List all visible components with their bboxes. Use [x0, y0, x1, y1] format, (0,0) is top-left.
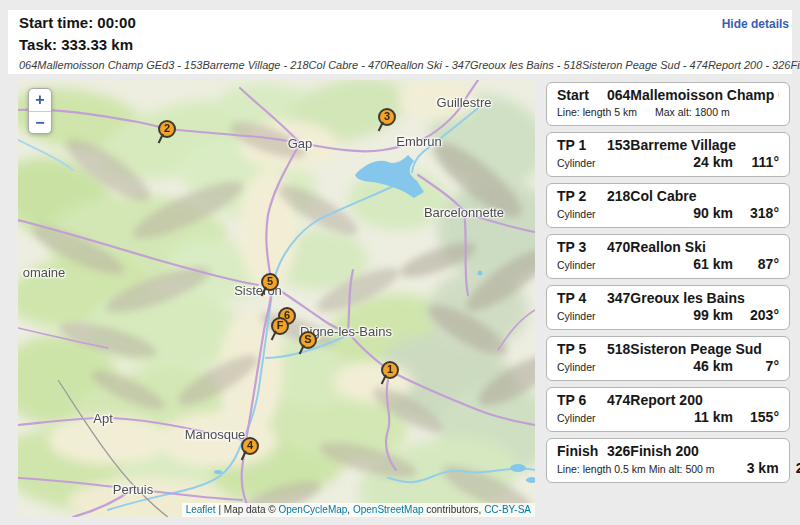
- waypoint-detail-row: Line: length 0.5 km Min alt: 500 m3 km21…: [557, 460, 779, 478]
- map-marker-4[interactable]: 4: [241, 437, 259, 455]
- waypoint-tag: Finish: [557, 442, 607, 460]
- opencyclemap-link[interactable]: OpenCycleMap: [278, 504, 347, 515]
- waypoint-tag: Start: [557, 86, 607, 104]
- waypoint-name: 218Col Cabre: [607, 187, 779, 205]
- zoom-in-button[interactable]: +: [29, 89, 51, 111]
- waypoint-distance: 24 km: [669, 154, 733, 171]
- waypoint-card-tp-1[interactable]: TP 1153Barreme VillageCylinder24 km111°: [546, 132, 790, 177]
- waypoint-details: Cylinder: [557, 359, 669, 376]
- attribution-text: | Map data ©: [216, 504, 279, 515]
- waypoint-card-tp-4[interactable]: TP 4347Greoux les BainsCylinder99 km203°: [546, 285, 790, 330]
- waypoint-distance: 3 km: [715, 460, 779, 477]
- waypoint-card-tp-6[interactable]: TP 6474Report 200Cylinder11 km155°: [546, 387, 790, 432]
- waypoint-tag: TP 3: [557, 238, 607, 256]
- start-time-label: Start time:: [19, 14, 93, 31]
- waypoint-title: TP 2218Col Cabre: [557, 187, 779, 205]
- waypoint-detail-row: Cylinder11 km155°: [557, 409, 779, 427]
- waypoint-bearing: 87°: [733, 256, 779, 273]
- waypoint-name: 474Report 200: [607, 391, 779, 409]
- waypoint-detail-text: Max alt: 1800 m: [655, 106, 730, 118]
- leaflet-link[interactable]: Leaflet: [186, 504, 216, 515]
- task-distance-value: 333.33 km: [61, 36, 133, 53]
- marker-label: F: [277, 319, 284, 331]
- marker-label: 4: [247, 439, 253, 451]
- waypoint-bearing: 155°: [733, 409, 779, 426]
- marker-label: 3: [384, 110, 390, 122]
- waypoint-title: TP 1153Barreme Village: [557, 136, 779, 154]
- waypoint-details: Line: length 5 kmMax alt: 1800 m: [557, 104, 730, 121]
- waypoint-distance: 11 km: [669, 409, 733, 426]
- map-marker-1[interactable]: 1: [381, 361, 399, 379]
- task-distance: Task: 333.33 km: [19, 36, 133, 53]
- zoom-out-button[interactable]: −: [29, 111, 51, 133]
- map-marker-2[interactable]: 2: [158, 120, 176, 138]
- waypoint-tag: TP 4: [557, 289, 607, 307]
- leaflet-map[interactable]: GuillestreGapEmbrunBarcelonnetteomaineSi…: [18, 80, 535, 517]
- waypoint-details: Cylinder: [557, 257, 669, 274]
- hide-details-link[interactable]: Hide details: [722, 17, 789, 31]
- waypoint-tag: TP 6: [557, 391, 607, 409]
- task-route-summary: 064Mallemoisson Champ GEd3 - 153Barreme …: [19, 59, 800, 71]
- waypoint-card-tp-2[interactable]: TP 2218Col CabreCylinder90 km318°: [546, 183, 790, 228]
- waypoint-card-finish[interactable]: Finish326Finish 200Line: length 0.5 km M…: [546, 438, 790, 483]
- waypoint-title: Finish326Finish 200: [557, 442, 779, 460]
- map-marker-f[interactable]: F: [271, 317, 289, 335]
- marker-label: S: [304, 333, 311, 345]
- waypoint-bearing: 7°: [733, 358, 779, 375]
- waypoint-tag: TP 2: [557, 187, 607, 205]
- waypoint-detail-text: Cylinder: [557, 208, 596, 220]
- waypoint-detail-text: Line: length 5 km: [557, 106, 637, 118]
- cc-by-sa-link[interactable]: CC-BY-SA: [484, 504, 531, 515]
- waypoint-title: TP 4347Greoux les Bains: [557, 289, 779, 307]
- waypoint-card-tp-5[interactable]: TP 5518Sisteron Peage SudCylinder46 km7°: [546, 336, 790, 381]
- waypoint-bearing: 318°: [733, 205, 779, 222]
- waypoint-name: 347Greoux les Bains: [607, 289, 779, 307]
- waypoint-detail-row: Line: length 5 kmMax alt: 1800 m: [557, 104, 779, 121]
- waypoint-card-tp-3[interactable]: TP 3470Reallon SkiCylinder61 km87°: [546, 234, 790, 279]
- waypoint-detail-row: Cylinder99 km203°: [557, 307, 779, 325]
- waypoint-detail-row: Cylinder46 km7°: [557, 358, 779, 376]
- waypoint-details: Line: length 0.5 km Min alt: 500 m: [557, 461, 715, 478]
- waypoint-details: Cylinder: [557, 308, 669, 325]
- waypoint-bearing: 111°: [733, 154, 779, 171]
- waypoint-details: Cylinder: [557, 155, 669, 172]
- start-time: Start time: 00:00: [19, 14, 136, 31]
- waypoint-detail-text: Cylinder: [557, 157, 596, 169]
- map-marker-3[interactable]: 3: [378, 108, 396, 126]
- waypoint-distance: 46 km: [669, 358, 733, 375]
- map-marker-5[interactable]: 5: [261, 273, 279, 291]
- map-attribution: Leaflet | Map data © OpenCycleMap, OpenS…: [182, 503, 535, 517]
- waypoint-panel: Start064Mallemoisson Champ GEd3Line: len…: [546, 82, 790, 489]
- waypoint-detail-text: Cylinder: [557, 310, 596, 322]
- waypoint-name: 153Barreme Village: [607, 136, 779, 154]
- waypoint-details: Cylinder: [557, 206, 669, 223]
- marker-label: 1: [387, 363, 393, 375]
- waypoint-detail-text: Cylinder: [557, 259, 596, 271]
- waypoint-bearing: 212°: [779, 460, 800, 477]
- marker-label: 5: [267, 275, 273, 287]
- waypoint-detail-row: Cylinder24 km111°: [557, 154, 779, 172]
- waypoint-name: 518Sisteron Peage Sud: [607, 340, 779, 358]
- start-time-value: 00:00: [97, 14, 135, 31]
- waypoint-detail-row: Cylinder90 km318°: [557, 205, 779, 223]
- marker-label: 2: [164, 122, 170, 134]
- waypoint-distance: 90 km: [669, 205, 733, 222]
- waypoint-detail-row: Cylinder61 km87°: [557, 256, 779, 274]
- task-header: Start time: 00:00 Task: 333.33 km 064Mal…: [8, 10, 792, 74]
- waypoint-card-start[interactable]: Start064Mallemoisson Champ GEd3Line: len…: [546, 82, 790, 126]
- attribution-text: contributors,: [424, 504, 485, 515]
- map-marker-s[interactable]: S: [299, 331, 317, 349]
- waypoint-details: Cylinder: [557, 410, 669, 427]
- waypoint-tag: TP 1: [557, 136, 607, 154]
- waypoint-detail-text: Cylinder: [557, 412, 596, 424]
- waypoint-title: TP 3470Reallon Ski: [557, 238, 779, 256]
- waypoint-title: TP 6474Report 200: [557, 391, 779, 409]
- waypoint-distance: 99 km: [669, 307, 733, 324]
- waypoint-name: 326Finish 200: [607, 442, 779, 460]
- openstreetmap-link[interactable]: OpenStreetMap: [353, 504, 424, 515]
- task-label: Task:: [19, 36, 57, 53]
- map-zoom-control: + −: [28, 88, 52, 134]
- waypoint-name: 470Reallon Ski: [607, 238, 779, 256]
- waypoint-title: TP 5518Sisteron Peage Sud: [557, 340, 779, 358]
- waypoint-tag: TP 5: [557, 340, 607, 358]
